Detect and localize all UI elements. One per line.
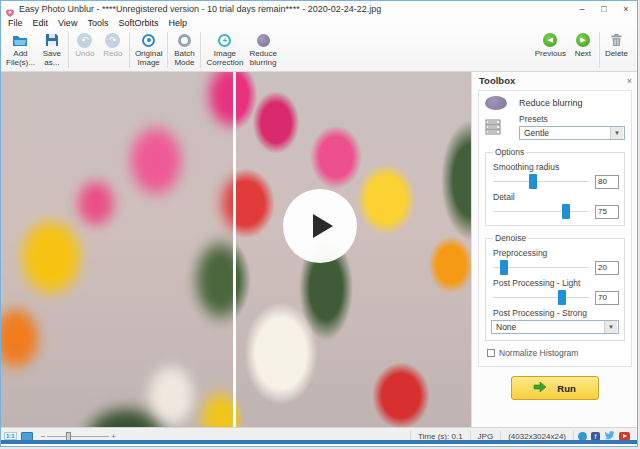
smoothing-radius-value[interactable]: 80	[595, 175, 619, 189]
post-processing-strong-dropdown[interactable]: None ▼	[491, 320, 619, 334]
status-bar: 1:1 − + Time (s): 0.1 JPG (4032x3024x24)…	[1, 427, 637, 444]
detail-control: 75	[491, 204, 619, 219]
previous-button[interactable]: ◀ Previous	[532, 30, 569, 70]
smoothing-radius-label: Smoothing radius	[493, 162, 619, 172]
add-files-button[interactable]: Add File(s)...	[3, 30, 38, 70]
button-label: Undo	[75, 49, 94, 58]
button-label: Reduce	[249, 49, 277, 58]
active-tool-row: Reduce blurring	[485, 96, 625, 110]
presets-value: Gentle	[524, 128, 610, 138]
toolbar-separator	[200, 32, 201, 68]
window-title: Easy Photo Unblur - ****Unregistered ver…	[19, 4, 381, 14]
button-label: Redo	[103, 49, 122, 58]
zoom-actual-size-icon[interactable]: 1:1	[4, 432, 17, 440]
button-label: Next	[575, 49, 591, 58]
slider-thumb[interactable]	[558, 290, 566, 305]
run-button-label: Run	[557, 383, 575, 394]
next-button[interactable]: ▶ Next	[569, 30, 597, 70]
original-image-button[interactable]: Original Image	[132, 30, 166, 70]
detail-label: Detail	[493, 192, 619, 202]
button-label: as...	[44, 58, 59, 67]
before-after-divider[interactable]	[233, 72, 236, 427]
preprocessing-slider[interactable]	[493, 260, 589, 275]
play-icon	[313, 214, 333, 238]
run-row: Run	[472, 376, 637, 400]
normalize-histogram-checkbox[interactable]	[487, 349, 495, 357]
previous-icon: ◀	[543, 32, 557, 48]
presets-label: Presets	[519, 114, 625, 124]
redo-button[interactable]: ↷ Redo	[99, 30, 127, 70]
original-image-icon	[142, 32, 155, 48]
toolbar-separator	[167, 32, 168, 68]
minimize-button[interactable]: –	[571, 1, 593, 17]
menu-bar: File Edit View Tools SoftOrbits Help	[1, 17, 637, 29]
normalize-histogram-row: Normalize Histogram	[487, 348, 625, 358]
button-label: Mode	[174, 58, 194, 67]
post-processing-light-label: Post Processing - Light	[493, 278, 619, 288]
detail-slider[interactable]	[493, 204, 589, 219]
slider-thumb[interactable]	[500, 260, 508, 275]
denoise-group-label: Denoise	[493, 233, 528, 243]
image-correction-icon: +	[218, 32, 231, 48]
presets-dropdown[interactable]: Gentle ▼	[519, 126, 625, 140]
toolbar-separator	[129, 32, 130, 68]
title-bar[interactable]: Easy Photo Unblur - ****Unregistered ver…	[1, 1, 637, 17]
toolbox-title: Toolbox	[479, 75, 627, 86]
toolbar-navigation-group: ◀ Previous ▶ Next Delete	[532, 30, 631, 70]
reduce-blurring-button[interactable]: Reduce blurring	[246, 30, 280, 70]
menu-softorbits[interactable]: SoftOrbits	[113, 18, 163, 28]
window-controls: – □ ×	[571, 1, 637, 17]
smoothing-radius-control: 80	[491, 174, 619, 189]
maximize-button[interactable]: □	[593, 1, 615, 17]
delete-button[interactable]: Delete	[602, 30, 631, 70]
detail-value[interactable]: 75	[595, 205, 619, 219]
batch-mode-button[interactable]: Batch Mode	[170, 30, 198, 70]
menu-edit[interactable]: Edit	[28, 18, 54, 28]
toolbar-separator	[68, 32, 69, 68]
options-group-label: Options	[493, 147, 526, 157]
button-label: Previous	[535, 49, 566, 58]
delete-icon	[610, 32, 623, 48]
add-files-icon	[12, 32, 28, 48]
menu-view[interactable]: View	[53, 18, 82, 28]
toolbox-close-icon[interactable]: ×	[627, 76, 632, 86]
post-processing-light-slider[interactable]	[493, 290, 589, 305]
chevron-down-icon: ▼	[604, 321, 617, 333]
app-window: Easy Photo Unblur - ****Unregistered ver…	[0, 0, 638, 447]
button-label: Add	[13, 49, 27, 58]
close-button[interactable]: ×	[615, 1, 637, 17]
preprocessing-value[interactable]: 20	[595, 261, 619, 275]
toolbar: Add File(s)... Save as... ↶ Undo ↷ Redo …	[1, 29, 637, 72]
button-label: File(s)...	[6, 58, 35, 67]
post-processing-light-value[interactable]: 70	[595, 291, 619, 305]
undo-button[interactable]: ↶ Undo	[71, 30, 99, 70]
button-label: Original	[135, 49, 163, 58]
active-tool-name: Reduce blurring	[519, 98, 583, 108]
play-button-overlay[interactable]	[283, 189, 357, 263]
toolbox-content: Reduce blurring Presets Gentle ▼ Options…	[478, 90, 632, 367]
slider-thumb[interactable]	[562, 204, 570, 219]
slider-track	[493, 297, 589, 298]
chevron-down-icon: ▼	[610, 127, 623, 139]
presets-icon	[485, 119, 507, 140]
post-processing-strong-label: Post Processing - Strong	[493, 308, 619, 318]
slider-track	[493, 211, 589, 212]
slider-thumb[interactable]	[529, 174, 537, 189]
presets-row: Presets Gentle ▼	[485, 114, 625, 140]
button-label: Batch	[174, 49, 194, 58]
image-viewer[interactable]	[1, 72, 471, 427]
button-label: Image	[138, 58, 160, 67]
menu-file[interactable]: File	[3, 18, 28, 28]
menu-help[interactable]: Help	[163, 18, 192, 28]
button-label: Correction	[206, 58, 243, 67]
smoothing-radius-slider[interactable]	[493, 174, 589, 189]
run-button[interactable]: Run	[511, 376, 599, 400]
toolbox-panel: Toolbox × Reduce blurring Presets Gentle…	[471, 72, 637, 427]
image-correction-button[interactable]: + Image Correction	[203, 30, 246, 70]
menu-tools[interactable]: Tools	[82, 18, 113, 28]
preprocessing-label: Preprocessing	[493, 248, 619, 258]
post-processing-light-control: 70	[491, 290, 619, 305]
button-label: Delete	[605, 49, 628, 58]
app-icon	[5, 4, 15, 14]
save-as-button[interactable]: Save as...	[38, 30, 66, 70]
